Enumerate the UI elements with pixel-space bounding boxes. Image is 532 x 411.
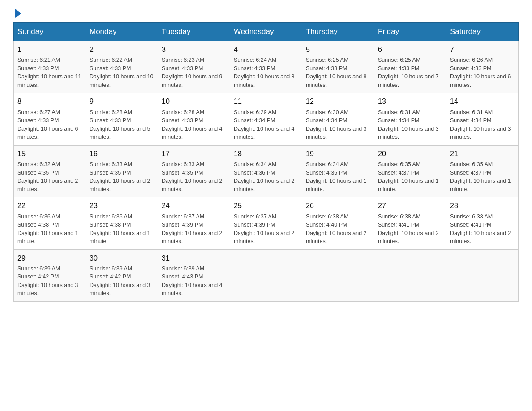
day-info: Sunrise: 6:36 AMSunset: 4:38 PMDaylight:… bbox=[17, 214, 78, 245]
calendar-cell: 9 Sunrise: 6:28 AMSunset: 4:33 PMDayligh… bbox=[86, 93, 158, 145]
day-number: 26 bbox=[306, 201, 370, 211]
day-number: 23 bbox=[90, 201, 154, 211]
calendar-cell: 20 Sunrise: 6:35 AMSunset: 4:37 PMDaylig… bbox=[374, 145, 446, 197]
day-number: 15 bbox=[17, 149, 82, 159]
calendar-cell: 24 Sunrise: 6:37 AMSunset: 4:39 PMDaylig… bbox=[158, 197, 230, 249]
day-number: 8 bbox=[17, 97, 82, 107]
calendar-week-row: 22 Sunrise: 6:36 AMSunset: 4:38 PMDaylig… bbox=[14, 197, 519, 249]
day-info: Sunrise: 6:31 AMSunset: 4:34 PMDaylight:… bbox=[378, 109, 439, 141]
calendar-cell bbox=[374, 249, 446, 301]
calendar-cell: 18 Sunrise: 6:34 AMSunset: 4:36 PMDaylig… bbox=[230, 145, 302, 197]
calendar-week-row: 1 Sunrise: 6:21 AMSunset: 4:33 PMDayligh… bbox=[14, 41, 519, 93]
day-info: Sunrise: 6:21 AMSunset: 4:33 PMDaylight:… bbox=[17, 57, 81, 88]
day-info: Sunrise: 6:23 AMSunset: 4:33 PMDaylight:… bbox=[162, 57, 223, 88]
calendar-cell: 4 Sunrise: 6:24 AMSunset: 4:33 PMDayligh… bbox=[230, 41, 302, 93]
day-number: 12 bbox=[306, 97, 370, 107]
day-number: 28 bbox=[450, 201, 515, 211]
day-info: Sunrise: 6:27 AMSunset: 4:33 PMDaylight:… bbox=[17, 109, 78, 141]
day-number: 30 bbox=[90, 253, 154, 263]
day-info: Sunrise: 6:32 AMSunset: 4:35 PMDaylight:… bbox=[17, 161, 78, 193]
day-info: Sunrise: 6:26 AMSunset: 4:33 PMDaylight:… bbox=[450, 57, 511, 88]
day-info: Sunrise: 6:38 AMSunset: 4:41 PMDaylight:… bbox=[378, 214, 439, 245]
calendar-cell: 5 Sunrise: 6:25 AMSunset: 4:33 PMDayligh… bbox=[302, 41, 374, 93]
day-info: Sunrise: 6:34 AMSunset: 4:36 PMDaylight:… bbox=[306, 161, 367, 193]
calendar-cell bbox=[446, 249, 519, 301]
column-header-wednesday: Wednesday bbox=[230, 23, 302, 41]
day-number: 9 bbox=[90, 97, 154, 107]
column-header-monday: Monday bbox=[86, 23, 158, 41]
column-header-friday: Friday bbox=[374, 23, 446, 41]
day-number: 6 bbox=[378, 45, 442, 55]
calendar-cell: 29 Sunrise: 6:39 AMSunset: 4:42 PMDaylig… bbox=[14, 249, 86, 301]
calendar-week-row: 8 Sunrise: 6:27 AMSunset: 4:33 PMDayligh… bbox=[14, 93, 519, 145]
calendar-cell: 15 Sunrise: 6:32 AMSunset: 4:35 PMDaylig… bbox=[14, 145, 86, 197]
calendar-cell: 17 Sunrise: 6:33 AMSunset: 4:35 PMDaylig… bbox=[158, 145, 230, 197]
calendar-cell: 23 Sunrise: 6:36 AMSunset: 4:38 PMDaylig… bbox=[86, 197, 158, 249]
calendar-cell: 11 Sunrise: 6:29 AMSunset: 4:34 PMDaylig… bbox=[230, 93, 302, 145]
day-number: 29 bbox=[17, 253, 82, 263]
calendar-cell: 6 Sunrise: 6:25 AMSunset: 4:33 PMDayligh… bbox=[374, 41, 446, 93]
day-info: Sunrise: 6:38 AMSunset: 4:41 PMDaylight:… bbox=[450, 214, 511, 245]
day-number: 19 bbox=[306, 149, 370, 159]
calendar-cell: 30 Sunrise: 6:39 AMSunset: 4:42 PMDaylig… bbox=[86, 249, 158, 301]
day-info: Sunrise: 6:37 AMSunset: 4:39 PMDaylight:… bbox=[234, 214, 295, 245]
day-info: Sunrise: 6:30 AMSunset: 4:34 PMDaylight:… bbox=[306, 109, 367, 141]
calendar-cell: 31 Sunrise: 6:39 AMSunset: 4:43 PMDaylig… bbox=[158, 249, 230, 301]
column-header-tuesday: Tuesday bbox=[158, 23, 230, 41]
day-info: Sunrise: 6:31 AMSunset: 4:34 PMDaylight:… bbox=[450, 109, 511, 141]
day-info: Sunrise: 6:28 AMSunset: 4:33 PMDaylight:… bbox=[90, 109, 150, 141]
calendar-cell: 19 Sunrise: 6:34 AMSunset: 4:36 PMDaylig… bbox=[302, 145, 374, 197]
calendar-cell: 7 Sunrise: 6:26 AMSunset: 4:33 PMDayligh… bbox=[446, 41, 519, 93]
calendar-cell: 3 Sunrise: 6:23 AMSunset: 4:33 PMDayligh… bbox=[158, 41, 230, 93]
calendar-cell: 28 Sunrise: 6:38 AMSunset: 4:41 PMDaylig… bbox=[446, 197, 519, 249]
calendar-cell: 10 Sunrise: 6:28 AMSunset: 4:33 PMDaylig… bbox=[158, 93, 230, 145]
day-number: 3 bbox=[162, 45, 226, 55]
day-number: 5 bbox=[306, 45, 370, 55]
day-info: Sunrise: 6:29 AMSunset: 4:34 PMDaylight:… bbox=[234, 109, 295, 141]
calendar-cell: 27 Sunrise: 6:38 AMSunset: 4:41 PMDaylig… bbox=[374, 197, 446, 249]
column-header-thursday: Thursday bbox=[302, 23, 374, 41]
calendar-cell bbox=[302, 249, 374, 301]
day-info: Sunrise: 6:33 AMSunset: 4:35 PMDaylight:… bbox=[162, 161, 223, 193]
calendar-cell: 12 Sunrise: 6:30 AMSunset: 4:34 PMDaylig… bbox=[302, 93, 374, 145]
calendar-cell: 13 Sunrise: 6:31 AMSunset: 4:34 PMDaylig… bbox=[374, 93, 446, 145]
day-info: Sunrise: 6:22 AMSunset: 4:33 PMDaylight:… bbox=[90, 57, 153, 88]
calendar-week-row: 29 Sunrise: 6:39 AMSunset: 4:42 PMDaylig… bbox=[14, 249, 519, 301]
calendar-table: SundayMondayTuesdayWednesdayThursdayFrid… bbox=[13, 22, 519, 302]
day-number: 22 bbox=[17, 201, 82, 211]
day-number: 17 bbox=[162, 149, 226, 159]
day-number: 16 bbox=[90, 149, 154, 159]
day-info: Sunrise: 6:33 AMSunset: 4:35 PMDaylight:… bbox=[90, 161, 150, 193]
day-number: 2 bbox=[90, 45, 154, 55]
day-info: Sunrise: 6:25 AMSunset: 4:33 PMDaylight:… bbox=[378, 57, 439, 88]
day-info: Sunrise: 6:38 AMSunset: 4:40 PMDaylight:… bbox=[306, 214, 367, 245]
day-number: 10 bbox=[162, 97, 226, 107]
calendar-header-row: SundayMondayTuesdayWednesdayThursdayFrid… bbox=[14, 23, 519, 41]
day-number: 4 bbox=[234, 45, 298, 55]
day-number: 11 bbox=[234, 97, 298, 107]
header bbox=[13, 9, 519, 18]
calendar-cell: 21 Sunrise: 6:35 AMSunset: 4:37 PMDaylig… bbox=[446, 145, 519, 197]
calendar-week-row: 15 Sunrise: 6:32 AMSunset: 4:35 PMDaylig… bbox=[14, 145, 519, 197]
calendar-cell: 26 Sunrise: 6:38 AMSunset: 4:40 PMDaylig… bbox=[302, 197, 374, 249]
calendar-cell: 14 Sunrise: 6:31 AMSunset: 4:34 PMDaylig… bbox=[446, 93, 519, 145]
logo-blue-text bbox=[13, 9, 21, 18]
day-number: 14 bbox=[450, 97, 515, 107]
calendar-cell: 1 Sunrise: 6:21 AMSunset: 4:33 PMDayligh… bbox=[14, 41, 86, 93]
day-info: Sunrise: 6:28 AMSunset: 4:33 PMDaylight:… bbox=[162, 109, 223, 141]
day-info: Sunrise: 6:39 AMSunset: 4:43 PMDaylight:… bbox=[162, 265, 223, 297]
day-number: 18 bbox=[234, 149, 298, 159]
calendar-cell: 22 Sunrise: 6:36 AMSunset: 4:38 PMDaylig… bbox=[14, 197, 86, 249]
column-header-saturday: Saturday bbox=[446, 23, 519, 41]
day-number: 7 bbox=[450, 45, 515, 55]
day-number: 1 bbox=[17, 45, 82, 55]
day-info: Sunrise: 6:37 AMSunset: 4:39 PMDaylight:… bbox=[162, 214, 223, 245]
day-info: Sunrise: 6:39 AMSunset: 4:42 PMDaylight:… bbox=[17, 265, 78, 297]
logo-triangle-icon bbox=[15, 9, 21, 18]
day-number: 20 bbox=[378, 149, 442, 159]
day-number: 31 bbox=[162, 253, 226, 263]
calendar-cell: 2 Sunrise: 6:22 AMSunset: 4:33 PMDayligh… bbox=[86, 41, 158, 93]
day-info: Sunrise: 6:24 AMSunset: 4:33 PMDaylight:… bbox=[234, 57, 295, 88]
day-info: Sunrise: 6:39 AMSunset: 4:42 PMDaylight:… bbox=[90, 265, 150, 297]
calendar-cell: 8 Sunrise: 6:27 AMSunset: 4:33 PMDayligh… bbox=[14, 93, 86, 145]
